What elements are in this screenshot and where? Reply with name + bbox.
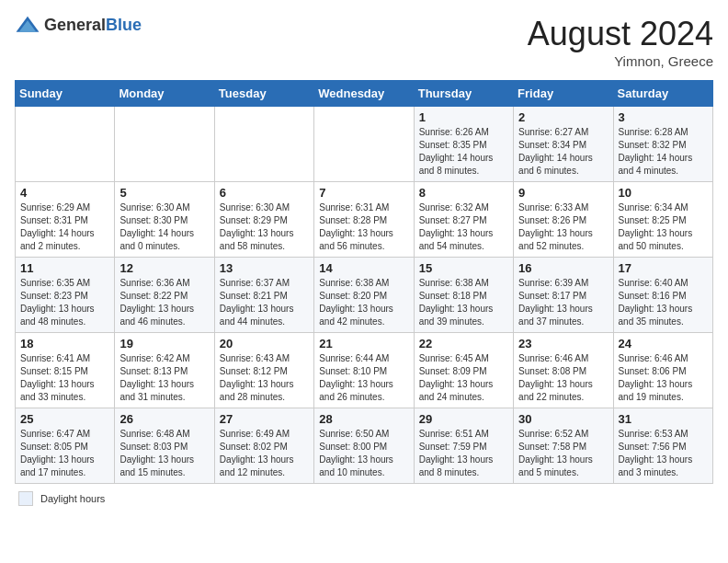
day-number: 12: [119, 261, 209, 275]
page-header: GeneralBlue August 2024 Yimnon, Greece: [15, 15, 713, 69]
day-header-saturday: Saturday: [613, 81, 712, 107]
calendar-week-row: 25Sunrise: 6:47 AMSunset: 8:05 PMDayligh…: [16, 408, 713, 484]
day-info-text: Sunrise: 6:29 AMSunset: 8:31 PMDaylight:…: [20, 201, 109, 253]
calendar-day-10: 10Sunrise: 6:34 AMSunset: 8:25 PMDayligh…: [613, 182, 712, 258]
day-number: 22: [419, 337, 508, 350]
day-number: 14: [319, 261, 408, 275]
day-number: 2: [518, 110, 608, 124]
empty-day-cell: [214, 107, 313, 182]
day-info-text: Sunrise: 6:28 AMSunset: 8:32 PMDaylight:…: [619, 126, 708, 178]
day-header-friday: Friday: [514, 81, 613, 107]
day-number: 20: [220, 337, 309, 350]
day-number: 10: [619, 186, 708, 200]
logo-blue: Blue: [106, 16, 142, 34]
day-info-text: Sunrise: 6:35 AMSunset: 8:23 PMDaylight:…: [20, 277, 109, 328]
day-header-thursday: Thursday: [414, 81, 513, 107]
day-info-text: Sunrise: 6:32 AMSunset: 8:27 PMDaylight:…: [419, 201, 508, 253]
calendar-day-15: 15Sunrise: 6:38 AMSunset: 8:18 PMDayligh…: [414, 258, 513, 333]
calendar-day-1: 1Sunrise: 6:26 AMSunset: 8:35 PMDaylight…: [414, 107, 513, 182]
calendar-day-11: 11Sunrise: 6:35 AMSunset: 8:23 PMDayligh…: [16, 258, 115, 333]
calendar-week-row: 11Sunrise: 6:35 AMSunset: 8:23 PMDayligh…: [16, 258, 713, 333]
calendar-week-row: 1Sunrise: 6:26 AMSunset: 8:35 PMDaylight…: [16, 107, 713, 182]
day-info-text: Sunrise: 6:52 AMSunset: 7:58 PMDaylight:…: [518, 428, 608, 479]
day-number: 28: [319, 412, 408, 426]
calendar-day-3: 3Sunrise: 6:28 AMSunset: 8:32 PMDaylight…: [613, 107, 712, 182]
day-number: 21: [319, 337, 408, 350]
title-block: August 2024 Yimnon, Greece: [528, 15, 713, 69]
month-year-title: August 2024: [528, 15, 713, 53]
calendar-day-31: 31Sunrise: 6:53 AMSunset: 7:56 PMDayligh…: [613, 408, 712, 484]
logo: GeneralBlue: [15, 15, 142, 35]
day-number: 4: [20, 186, 109, 200]
calendar-week-row: 18Sunrise: 6:41 AMSunset: 8:15 PMDayligh…: [16, 333, 713, 408]
daylight-legend-label: Daylight hours: [40, 493, 105, 504]
calendar-day-30: 30Sunrise: 6:52 AMSunset: 7:58 PMDayligh…: [514, 408, 613, 484]
calendar-day-8: 8Sunrise: 6:32 AMSunset: 8:27 PMDaylight…: [414, 182, 513, 258]
day-number: 17: [619, 261, 708, 275]
day-header-wednesday: Wednesday: [314, 81, 414, 107]
logo-general: General: [44, 16, 106, 34]
calendar-day-21: 21Sunrise: 6:44 AMSunset: 8:10 PMDayligh…: [314, 333, 414, 408]
calendar-day-5: 5Sunrise: 6:30 AMSunset: 8:30 PMDaylight…: [115, 182, 214, 258]
day-number: 16: [518, 261, 608, 275]
calendar-day-22: 22Sunrise: 6:45 AMSunset: 8:09 PMDayligh…: [414, 333, 513, 408]
calendar-day-19: 19Sunrise: 6:42 AMSunset: 8:13 PMDayligh…: [115, 333, 214, 408]
day-info-text: Sunrise: 6:43 AMSunset: 8:12 PMDaylight:…: [220, 352, 309, 404]
calendar-day-17: 17Sunrise: 6:40 AMSunset: 8:16 PMDayligh…: [613, 258, 712, 333]
day-info-text: Sunrise: 6:33 AMSunset: 8:26 PMDaylight:…: [518, 201, 608, 253]
day-number: 9: [518, 186, 608, 200]
day-number: 27: [220, 412, 309, 426]
day-info-text: Sunrise: 6:42 AMSunset: 8:13 PMDaylight:…: [119, 352, 209, 404]
calendar-day-23: 23Sunrise: 6:46 AMSunset: 8:08 PMDayligh…: [514, 333, 613, 408]
day-number: 11: [20, 261, 109, 275]
calendar-day-24: 24Sunrise: 6:46 AMSunset: 8:06 PMDayligh…: [613, 333, 712, 408]
day-number: 30: [518, 412, 608, 426]
day-number: 6: [220, 186, 309, 200]
day-info-text: Sunrise: 6:50 AMSunset: 8:00 PMDaylight:…: [319, 428, 408, 479]
day-info-text: Sunrise: 6:34 AMSunset: 8:25 PMDaylight:…: [619, 201, 708, 253]
day-number: 1: [419, 110, 508, 124]
calendar-day-12: 12Sunrise: 6:36 AMSunset: 8:22 PMDayligh…: [115, 258, 214, 333]
day-info-text: Sunrise: 6:37 AMSunset: 8:21 PMDaylight:…: [220, 277, 309, 328]
day-info-text: Sunrise: 6:51 AMSunset: 7:59 PMDaylight:…: [419, 428, 508, 479]
day-number: 8: [419, 186, 508, 200]
day-number: 31: [619, 412, 708, 426]
day-info-text: Sunrise: 6:26 AMSunset: 8:35 PMDaylight:…: [419, 126, 508, 178]
day-info-text: Sunrise: 6:38 AMSunset: 8:18 PMDaylight:…: [419, 277, 508, 328]
day-number: 7: [319, 186, 408, 200]
empty-day-cell: [115, 107, 214, 182]
day-number: 26: [119, 412, 209, 426]
calendar-day-16: 16Sunrise: 6:39 AMSunset: 8:17 PMDayligh…: [514, 258, 613, 333]
daylight-legend-swatch: [18, 491, 33, 506]
day-number: 25: [20, 412, 109, 426]
calendar-day-27: 27Sunrise: 6:49 AMSunset: 8:02 PMDayligh…: [214, 408, 313, 484]
day-info-text: Sunrise: 6:46 AMSunset: 8:08 PMDaylight:…: [518, 352, 608, 404]
calendar-day-25: 25Sunrise: 6:47 AMSunset: 8:05 PMDayligh…: [16, 408, 115, 484]
day-number: 18: [20, 337, 109, 350]
day-info-text: Sunrise: 6:41 AMSunset: 8:15 PMDaylight:…: [20, 352, 109, 404]
calendar-day-28: 28Sunrise: 6:50 AMSunset: 8:00 PMDayligh…: [314, 408, 414, 484]
calendar-table: SundayMondayTuesdayWednesdayThursdayFrid…: [15, 80, 713, 484]
day-header-tuesday: Tuesday: [214, 81, 313, 107]
day-info-text: Sunrise: 6:48 AMSunset: 8:03 PMDaylight:…: [119, 428, 209, 479]
day-info-text: Sunrise: 6:40 AMSunset: 8:16 PMDaylight:…: [619, 277, 708, 328]
calendar-day-26: 26Sunrise: 6:48 AMSunset: 8:03 PMDayligh…: [115, 408, 214, 484]
calendar-day-4: 4Sunrise: 6:29 AMSunset: 8:31 PMDaylight…: [16, 182, 115, 258]
logo-text: GeneralBlue: [44, 16, 142, 35]
day-info-text: Sunrise: 6:31 AMSunset: 8:28 PMDaylight:…: [319, 201, 408, 253]
calendar-day-20: 20Sunrise: 6:43 AMSunset: 8:12 PMDayligh…: [214, 333, 313, 408]
day-info-text: Sunrise: 6:46 AMSunset: 8:06 PMDaylight:…: [619, 352, 708, 404]
calendar-day-9: 9Sunrise: 6:33 AMSunset: 8:26 PMDaylight…: [514, 182, 613, 258]
day-number: 19: [119, 337, 209, 350]
day-number: 3: [619, 110, 708, 124]
location-subtitle: Yimnon, Greece: [528, 53, 713, 69]
day-number: 24: [619, 337, 708, 350]
day-info-text: Sunrise: 6:49 AMSunset: 8:02 PMDaylight:…: [220, 428, 309, 479]
day-number: 5: [119, 186, 209, 200]
day-header-sunday: Sunday: [16, 81, 115, 107]
day-number: 13: [220, 261, 309, 275]
day-header-monday: Monday: [115, 81, 214, 107]
calendar-header-row: SundayMondayTuesdayWednesdayThursdayFrid…: [16, 81, 713, 107]
empty-day-cell: [16, 107, 115, 182]
calendar-day-7: 7Sunrise: 6:31 AMSunset: 8:28 PMDaylight…: [314, 182, 414, 258]
